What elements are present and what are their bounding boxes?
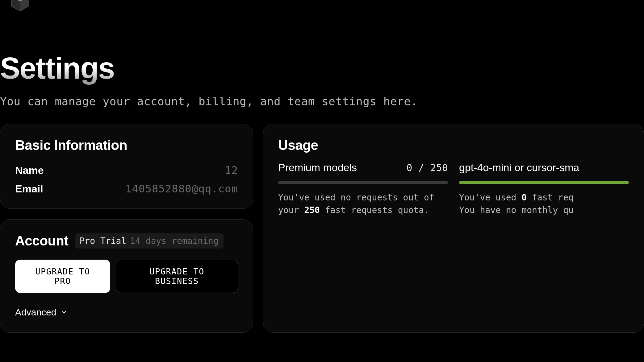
usage-title: Usage <box>278 138 629 153</box>
usage-premium-name: Premium models <box>278 162 357 174</box>
basic-information-title: Basic Information <box>15 138 238 153</box>
name-value: 12 <box>225 164 238 176</box>
upgrade-to-business-button[interactable]: UPGRADE TO BUSINESS <box>116 260 238 293</box>
email-label: Email <box>15 183 43 195</box>
advanced-toggle[interactable]: Advanced <box>15 307 67 318</box>
usage-mini-progress <box>459 181 629 184</box>
usage-card: Usage Premium models 0 / 250 You've used… <box>263 124 644 333</box>
usage-mini-name: gpt-4o-mini or cursor-sma <box>459 162 579 174</box>
plan-badge: Pro Trial 14 days remaining <box>75 233 224 249</box>
svg-marker-2 <box>20 0 29 11</box>
usage-premium-progress <box>278 181 448 184</box>
usage-mini-description: You've used 0 fast req You have no month… <box>459 191 629 216</box>
email-row: Email 1405852880@qq.com <box>15 183 238 195</box>
advanced-label: Advanced <box>15 307 56 318</box>
plan-badge-name: Pro Trial <box>80 236 127 246</box>
email-value: 1405852880@qq.com <box>125 183 238 195</box>
name-row: Name 12 <box>15 164 238 176</box>
usage-premium-section: Premium models 0 / 250 You've used no re… <box>278 162 448 216</box>
account-card: Account Pro Trial 14 days remaining UPGR… <box>0 219 253 333</box>
page-title: Settings <box>0 51 644 86</box>
plan-badge-remaining: 14 days remaining <box>130 236 219 246</box>
usage-premium-count: 0 / 250 <box>406 162 448 174</box>
app-logo-icon <box>9 0 31 12</box>
usage-premium-description: You've used no requests out of your 250 … <box>278 191 448 216</box>
basic-information-card: Basic Information Name 12 Email 14058528… <box>0 124 253 209</box>
usage-mini-section: gpt-4o-mini or cursor-sma You've used 0 … <box>459 162 629 216</box>
page-subtitle: You can manage your account, billing, an… <box>0 95 644 108</box>
upgrade-to-pro-button[interactable]: UPGRADE TO PRO <box>15 260 110 293</box>
account-title: Account <box>15 233 69 249</box>
chevron-down-icon <box>61 309 67 316</box>
name-label: Name <box>15 164 44 176</box>
